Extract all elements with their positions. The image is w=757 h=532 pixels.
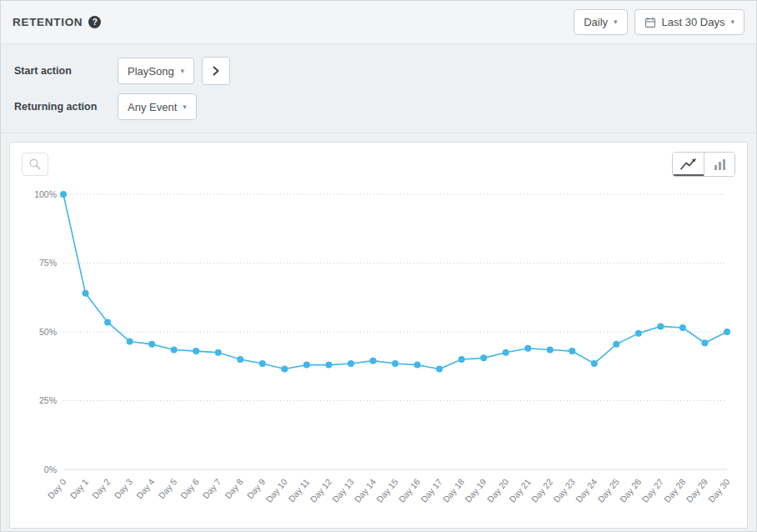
x-tick-label: Day 3 bbox=[112, 476, 134, 500]
data-point-day-9[interactable] bbox=[259, 360, 266, 367]
caret-down-icon: ▾ bbox=[183, 103, 187, 111]
run-query-button[interactable] bbox=[202, 57, 230, 85]
data-point-day-6[interactable] bbox=[193, 348, 199, 354]
retention-page: RETENTION ? Daily ▾ Last 30 Days ▾ bbox=[0, 0, 757, 532]
data-point-day-1[interactable] bbox=[83, 290, 89, 297]
x-tick-label: Day 28 bbox=[662, 476, 688, 504]
x-tick-label: Day 12 bbox=[308, 476, 333, 504]
x-tick-label: Day 17 bbox=[419, 476, 444, 504]
page-title: RETENTION bbox=[13, 16, 83, 28]
chart-toolbar bbox=[22, 153, 735, 176]
x-tick-label: Day 10 bbox=[263, 476, 289, 504]
x-tick-label: Day 5 bbox=[156, 476, 178, 500]
x-tick-label: Day 29 bbox=[684, 476, 709, 504]
calendar-icon bbox=[644, 17, 656, 28]
caret-down-icon: ▾ bbox=[614, 18, 618, 26]
data-point-day-0[interactable] bbox=[60, 191, 67, 198]
x-tick-label: Day 8 bbox=[223, 476, 245, 500]
x-tick-label: Day 16 bbox=[396, 476, 422, 504]
x-tick-label: Day 7 bbox=[200, 476, 223, 500]
data-point-day-14[interactable] bbox=[369, 358, 376, 364]
data-point-day-8[interactable] bbox=[237, 356, 243, 363]
line-chart-icon bbox=[680, 158, 697, 171]
data-point-day-10[interactable] bbox=[281, 366, 288, 373]
line-chart-toggle[interactable] bbox=[673, 153, 704, 176]
granularity-label: Daily bbox=[584, 16, 608, 28]
help-icon[interactable]: ? bbox=[88, 16, 101, 28]
x-tick-label: Day 15 bbox=[374, 476, 400, 504]
data-point-day-27[interactable] bbox=[657, 323, 664, 329]
title-wrap: RETENTION ? bbox=[13, 16, 101, 28]
x-tick-label: Day 30 bbox=[706, 476, 732, 504]
data-point-day-28[interactable] bbox=[679, 324, 686, 331]
start-action-label: Start action bbox=[14, 65, 118, 77]
x-tick-label: Day 11 bbox=[286, 476, 311, 504]
data-point-day-13[interactable] bbox=[348, 360, 354, 367]
data-point-day-12[interactable] bbox=[325, 362, 332, 369]
x-tick-label: Day 2 bbox=[90, 476, 113, 500]
data-point-day-17[interactable] bbox=[436, 366, 443, 373]
retention-line-chart: 0%25%50%75%100%Day 0Day 1Day 2Day 3Day 4… bbox=[22, 181, 737, 521]
data-point-day-7[interactable] bbox=[215, 349, 222, 356]
date-range-label: Last 30 Days bbox=[662, 16, 725, 28]
data-point-day-24[interactable] bbox=[591, 360, 598, 367]
x-tick-label: Day 13 bbox=[330, 476, 356, 504]
x-tick-label: Day 27 bbox=[639, 476, 665, 504]
data-point-day-2[interactable] bbox=[104, 319, 111, 325]
x-tick-label: Day 20 bbox=[485, 476, 511, 504]
x-tick-label: Day 21 bbox=[507, 476, 533, 504]
bar-chart-toggle[interactable] bbox=[704, 153, 734, 176]
y-tick-label: 50% bbox=[39, 327, 57, 337]
caret-down-icon: ▾ bbox=[180, 68, 184, 75]
filters-panel: Start action PlaySong ▾ Returning action… bbox=[1, 44, 756, 133]
data-point-day-19[interactable] bbox=[480, 354, 487, 361]
chevron-right-icon bbox=[208, 63, 223, 78]
data-point-day-18[interactable] bbox=[459, 356, 465, 363]
bar-chart-icon bbox=[713, 158, 727, 171]
x-tick-label: Day 26 bbox=[618, 476, 644, 504]
x-tick-label: Day 19 bbox=[463, 476, 489, 504]
x-tick-label: Day 4 bbox=[134, 476, 157, 500]
y-tick-label: 75% bbox=[39, 258, 57, 268]
data-point-day-26[interactable] bbox=[635, 330, 642, 337]
x-tick-label: Day 25 bbox=[595, 476, 621, 504]
caret-down-icon: ▾ bbox=[730, 18, 734, 26]
x-tick-label: Day 23 bbox=[551, 476, 577, 504]
chart-type-switcher bbox=[672, 152, 735, 177]
chart-card: 0%25%50%75%100%Day 0Day 1Day 2Day 3Day 4… bbox=[9, 142, 748, 529]
granularity-dropdown[interactable]: Daily ▾ bbox=[574, 9, 627, 35]
data-point-day-15[interactable] bbox=[392, 360, 399, 367]
returning-action-value: Any Event bbox=[128, 101, 177, 113]
y-tick-label: 0% bbox=[44, 464, 57, 474]
data-point-day-4[interactable] bbox=[148, 341, 155, 348]
x-tick-label: Day 18 bbox=[441, 476, 467, 504]
data-point-day-3[interactable] bbox=[127, 339, 133, 345]
returning-action-dropdown[interactable]: Any Event ▾ bbox=[118, 93, 197, 120]
x-tick-label: Day 14 bbox=[352, 476, 378, 504]
y-tick-label: 25% bbox=[39, 395, 57, 405]
data-point-day-21[interactable] bbox=[524, 345, 531, 352]
data-point-day-29[interactable] bbox=[701, 339, 708, 346]
x-tick-label: Day 1 bbox=[68, 476, 90, 500]
y-tick-label: 100% bbox=[34, 189, 57, 199]
returning-action-label: Returning action bbox=[14, 101, 118, 113]
data-point-day-23[interactable] bbox=[569, 348, 575, 354]
start-action-value: PlaySong bbox=[128, 65, 174, 78]
data-point-day-30[interactable] bbox=[724, 329, 730, 335]
x-tick-label: Day 22 bbox=[529, 476, 555, 504]
start-action-row: Start action PlaySong ▾ bbox=[14, 57, 743, 85]
start-action-dropdown[interactable]: PlaySong ▾ bbox=[118, 58, 194, 84]
data-point-day-20[interactable] bbox=[503, 349, 509, 356]
data-point-day-16[interactable] bbox=[414, 362, 421, 369]
data-point-day-22[interactable] bbox=[547, 346, 554, 353]
header-controls: Daily ▾ Last 30 Days ▾ bbox=[574, 9, 744, 35]
retention-series-line bbox=[63, 194, 727, 369]
data-point-day-25[interactable] bbox=[613, 341, 619, 348]
inspect-users-button[interactable] bbox=[22, 153, 48, 176]
date-range-dropdown[interactable]: Last 30 Days ▾ bbox=[634, 9, 744, 35]
data-point-day-11[interactable] bbox=[303, 362, 310, 369]
x-tick-label: Day 0 bbox=[46, 476, 68, 500]
magnifier-icon bbox=[28, 158, 42, 171]
returning-action-row: Returning action Any Event ▾ bbox=[14, 93, 743, 120]
data-point-day-5[interactable] bbox=[171, 346, 178, 353]
